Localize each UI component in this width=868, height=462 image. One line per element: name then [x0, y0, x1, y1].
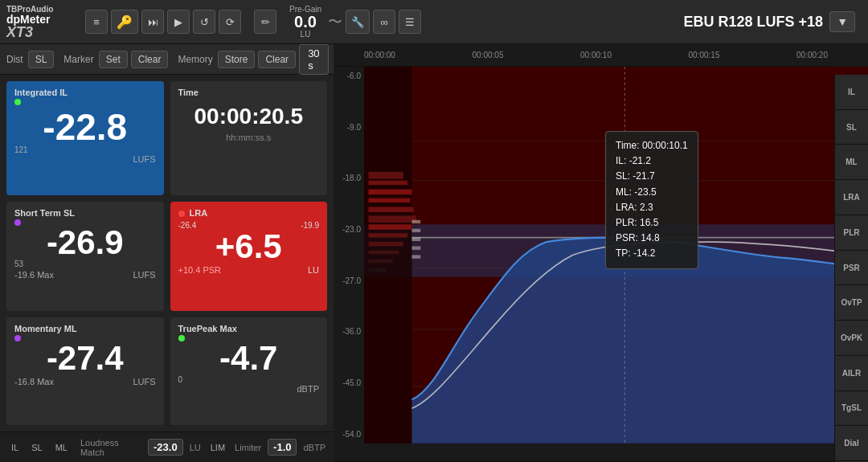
- wrench-icon: 🔧: [351, 16, 364, 28]
- short-term-sl-card: Short Term SL -26.9 53 -19.6 Max LUFS: [6, 202, 164, 311]
- short-term-sl-dot: [14, 219, 21, 226]
- pencil-button[interactable]: ✏: [254, 10, 276, 34]
- side-btn-ovtp[interactable]: OvTP: [835, 285, 868, 321]
- store-button[interactable]: Store: [218, 51, 256, 68]
- integrated-il-title: Integrated IL: [14, 88, 156, 97]
- truepeak-dot: [178, 335, 185, 341]
- record-button[interactable]: ⟳: [219, 10, 241, 34]
- momentary-ml-footer: -16.8 Max LUFS: [14, 377, 156, 386]
- key-button[interactable]: 🔑: [111, 10, 138, 34]
- y-label-36: -36.0: [337, 327, 361, 336]
- loudness-match-label: Loudness Match: [80, 438, 141, 457]
- side-btn-il[interactable]: IL: [835, 75, 868, 110]
- short-term-sl-unit: LUFS: [133, 270, 155, 280]
- svg-rect-26: [411, 247, 420, 250]
- settings-button[interactable]: 🔧: [346, 10, 370, 34]
- sl-dist-button[interactable]: SL: [28, 51, 55, 68]
- lra-value: +6.5: [178, 230, 320, 264]
- momentary-ml-unit: LUFS: [133, 377, 155, 386]
- forward-icon: ⏭: [148, 16, 158, 28]
- x-label-1: 00:00:05: [473, 51, 504, 59]
- clear2-button[interactable]: Clear: [258, 51, 296, 68]
- x-label-2: 00:00:10: [580, 51, 612, 59]
- sl-bottom-btn[interactable]: SL: [28, 441, 45, 454]
- forward-button[interactable]: ⏭: [141, 10, 164, 34]
- svg-rect-9: [368, 224, 411, 230]
- svg-rect-12: [368, 251, 399, 254]
- lra-range-low: -26.4: [178, 221, 197, 230]
- y-label-45: -45.0: [337, 378, 361, 387]
- svg-rect-11: [368, 242, 403, 246]
- clear1-button[interactable]: Clear: [131, 51, 169, 68]
- version-name: XT3: [6, 25, 79, 39]
- short-term-sl-max: -19.6 Max: [14, 270, 54, 280]
- svg-rect-23: [411, 220, 420, 223]
- side-btn-ml[interactable]: ML: [835, 145, 868, 180]
- truepeak-card: TruePeak Max -4.7 0 dBTP: [170, 317, 328, 425]
- x-label-0: 00:00:00: [364, 51, 395, 59]
- pencil-icon: ✏: [261, 16, 270, 28]
- set-button[interactable]: Set: [99, 51, 128, 68]
- svg-rect-4: [368, 181, 407, 185]
- short-term-sl-title: Short Term SL: [14, 208, 156, 218]
- pregain-unit: LU: [301, 30, 311, 39]
- ml-bottom-btn[interactable]: ML: [52, 441, 71, 454]
- record-icon: ⟳: [226, 16, 235, 28]
- side-btn-ailr[interactable]: AILR: [835, 356, 868, 391]
- side-btn-lra[interactable]: LRA: [835, 180, 868, 215]
- rewind-button[interactable]: ↺: [193, 10, 215, 34]
- side-btn-tgsl[interactable]: TgSL: [835, 391, 868, 427]
- loop-button[interactable]: ∞: [373, 10, 395, 34]
- side-btn-ovpk[interactable]: OvPK: [835, 321, 868, 356]
- lm-unit: LU: [190, 443, 201, 452]
- momentary-ml-value: -27.4: [14, 341, 156, 375]
- list-icon: ☰: [405, 16, 415, 28]
- momentary-ml-max: -16.8 Max: [14, 377, 54, 386]
- svg-rect-14: [368, 268, 386, 272]
- lim-value: -1.0: [268, 439, 297, 456]
- momentary-ml-title: Momentary ML: [14, 324, 156, 333]
- truepeak-value: -4.7: [178, 341, 320, 375]
- side-btn-dial[interactable]: Dial: [835, 426, 868, 461]
- pregain-value: 0.0: [294, 14, 317, 30]
- lra-range-high: -19.9: [301, 221, 319, 230]
- bottom-bar: IL SL ML Loudness Match -23.0 LU LIM Lim…: [0, 431, 334, 462]
- y-label-18: -18.0: [337, 174, 361, 182]
- main-area: Dist SL Marker Set Clear Memory Store Cl…: [0, 44, 868, 462]
- lra-title: LRA: [190, 208, 208, 218]
- side-btn-sl[interactable]: SL: [835, 110, 868, 145]
- side-buttons: IL SL ML LRA PLR PSR OvTP OvPK AILR TgSL…: [834, 75, 868, 462]
- y-label-6: -6.0: [337, 72, 361, 80]
- y-axis: -6.0 -9.0 -18.0 -23.0 -27.0 -36.0 -45.0 …: [334, 67, 364, 444]
- y-label-54: -54.0: [337, 430, 361, 439]
- side-btn-plr[interactable]: PLR: [835, 215, 868, 251]
- list-button[interactable]: ☰: [399, 10, 421, 34]
- svg-rect-25: [411, 238, 420, 241]
- short-term-sl-footer: -19.6 Max LUFS: [14, 270, 156, 280]
- svg-rect-10: [368, 233, 407, 237]
- dist-label: Dist: [6, 54, 23, 65]
- lim-btn[interactable]: LIM: [207, 441, 228, 454]
- toolbar-controls: ≡ 🔑 ⏭ ▶ ↺ ⟳: [85, 10, 241, 34]
- time-title: Time: [178, 88, 320, 97]
- svg-rect-13: [368, 260, 392, 263]
- graph-main-row: -6.0 -9.0 -18.0 -23.0 -27.0 -36.0 -45.0 …: [334, 67, 868, 444]
- loop-icon: ∞: [380, 16, 387, 28]
- x-label-3: 00:00:15: [689, 51, 720, 59]
- il-bottom-btn[interactable]: IL: [8, 441, 22, 454]
- lra-footer: +10.4 PSR LU: [178, 265, 320, 275]
- svg-rect-24: [411, 229, 420, 232]
- time-value: 00:00:20.5: [178, 104, 320, 129]
- menu-button[interactable]: ≡: [85, 10, 108, 34]
- top-bar: TBProAudio dpMeter XT3 ≡ 🔑 ⏭ ▶ ↺ ⟳ ✏ Pre…: [0, 0, 868, 44]
- play-button[interactable]: ▶: [167, 10, 190, 34]
- marker-label: Marker: [63, 54, 93, 65]
- right-panel: 00:00:00 00:00:05 00:00:10 00:00:15 00:0…: [334, 44, 868, 462]
- standard-dropdown[interactable]: ▼: [829, 11, 855, 32]
- side-btn-psr[interactable]: PSR: [835, 251, 868, 286]
- lra-header: LRA: [178, 208, 320, 219]
- lra-dot: [178, 211, 185, 217]
- company-name: TBProAudio: [6, 5, 79, 14]
- x-axis-header: 00:00:00 00:00:05 00:00:10 00:00:15 00:0…: [334, 44, 834, 67]
- standard-display: EBU R128 LUFS +18 ▼: [684, 11, 855, 32]
